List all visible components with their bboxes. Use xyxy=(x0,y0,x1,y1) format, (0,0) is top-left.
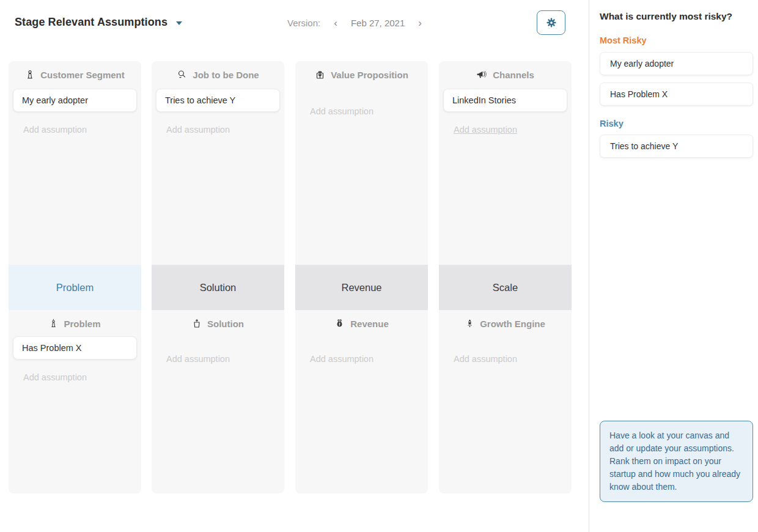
add-assumption-button[interactable]: Add assumption xyxy=(310,354,373,364)
version-label: Version: xyxy=(287,18,320,28)
assumption-card-text: LinkedIn Stories xyxy=(452,95,516,105)
assumption-card[interactable]: My early adopter xyxy=(13,89,137,112)
section-header-value-proposition: Value Proposition xyxy=(295,69,428,80)
value-proposition-gift-icon xyxy=(315,69,325,80)
section-title: Customer Segment xyxy=(40,70,125,80)
customer-segment-person-icon xyxy=(25,69,35,80)
section-title: Problem xyxy=(64,319,100,329)
stage-tab-solution[interactable]: Solution xyxy=(152,265,284,310)
guidance-info-box: Have a look at your canvas and add or up… xyxy=(600,421,753,502)
canvas-column-value-proposition: Value Proposition Add assumption Revenue… xyxy=(295,61,428,493)
assumption-card-text: Has Problem X xyxy=(22,343,82,353)
section-header-growth-engine: Growth Engine xyxy=(439,318,572,329)
page-title-dropdown[interactable]: Stage Relevant Assumptions xyxy=(15,16,182,29)
risk-card[interactable]: My early adopter xyxy=(600,52,753,75)
assumption-card-text: My early adopter xyxy=(22,95,88,105)
section-title: Job to be Done xyxy=(193,70,259,80)
version-next-button[interactable]: › xyxy=(418,18,422,28)
section-title: Value Proposition xyxy=(331,70,408,80)
section-header-revenue: Revenue xyxy=(295,318,428,329)
add-assumption-button[interactable]: Add assumption xyxy=(166,125,230,135)
risk-card[interactable]: Has Problem X xyxy=(600,83,753,106)
solution-package-icon xyxy=(192,318,202,329)
gear-icon xyxy=(546,17,557,28)
section-header-problem: Problem xyxy=(9,318,141,329)
section-title: Channels xyxy=(493,70,534,80)
add-assumption-button[interactable]: Add assumption xyxy=(454,125,517,135)
section-header-channels: Channels xyxy=(439,69,572,80)
sidebar-divider xyxy=(589,0,589,532)
stage-tab-revenue[interactable]: Revenue xyxy=(295,265,428,310)
stage-relevant-assumptions-page: Stage Relevant Assumptions Version: ‹ Fe… xyxy=(0,0,758,532)
canvas-column-customer-segment: Customer Segment My early adopter Add as… xyxy=(9,61,141,493)
revenue-moneybag-icon xyxy=(334,318,345,329)
section-header-customer-segment: Customer Segment xyxy=(9,69,141,80)
version-switcher: Version: ‹ Feb 27, 2021 › xyxy=(287,18,422,28)
job-to-be-done-magnifier-icon xyxy=(177,69,187,80)
settings-button[interactable] xyxy=(537,10,565,35)
risk-card[interactable]: Tries to achieve Y xyxy=(600,135,753,158)
assumption-card[interactable]: Tries to achieve Y xyxy=(156,89,280,112)
stage-label: Solution xyxy=(200,282,237,294)
add-assumption-button[interactable]: Add assumption xyxy=(23,125,87,135)
add-assumption-button[interactable]: Add assumption xyxy=(166,354,230,364)
assumption-card[interactable]: Has Problem X xyxy=(13,336,137,360)
canvas-column-job-to-be-done: Job to be Done Tries to achieve Y Add as… xyxy=(152,61,284,493)
stage-tab-scale[interactable]: Scale xyxy=(439,265,572,310)
assumption-card[interactable]: LinkedIn Stories xyxy=(443,89,567,112)
most-risky-label: Most Risky xyxy=(600,35,647,45)
sidebar-title: What is currently most risky? xyxy=(600,11,732,22)
add-assumption-button[interactable]: Add assumption xyxy=(310,106,373,116)
section-header-job-to-be-done: Job to be Done xyxy=(152,69,284,80)
version-prev-button[interactable]: ‹ xyxy=(334,18,337,28)
risk-sidebar: What is currently most risky? Most Risky… xyxy=(600,0,753,532)
problem-person-icon xyxy=(49,318,58,329)
chevron-down-icon xyxy=(176,21,182,25)
assumption-card-text: Tries to achieve Y xyxy=(165,95,235,105)
channels-megaphone-icon xyxy=(476,69,487,80)
stage-label: Problem xyxy=(56,282,94,294)
page-title: Stage Relevant Assumptions xyxy=(15,16,167,29)
stage-label: Scale xyxy=(493,282,518,294)
risk-card-text: Has Problem X xyxy=(610,89,668,99)
section-header-solution: Solution xyxy=(152,318,284,329)
section-title: Revenue xyxy=(350,319,389,329)
canvas-column-channels: Channels LinkedIn Stories Add assumption… xyxy=(439,61,572,493)
risk-card-text: My early adopter xyxy=(610,59,674,68)
section-title: Solution xyxy=(207,319,244,329)
risky-label: Risky xyxy=(600,119,624,128)
add-assumption-button[interactable]: Add assumption xyxy=(454,354,517,364)
stage-label: Revenue xyxy=(341,282,381,294)
risk-card-text: Tries to achieve Y xyxy=(610,141,678,151)
stage-tab-problem[interactable]: Problem xyxy=(9,265,141,310)
add-assumption-button[interactable]: Add assumption xyxy=(23,372,87,382)
version-date[interactable]: Feb 27, 2021 xyxy=(351,18,405,28)
growth-engine-rocket-icon xyxy=(465,318,474,329)
section-title: Growth Engine xyxy=(480,319,545,329)
